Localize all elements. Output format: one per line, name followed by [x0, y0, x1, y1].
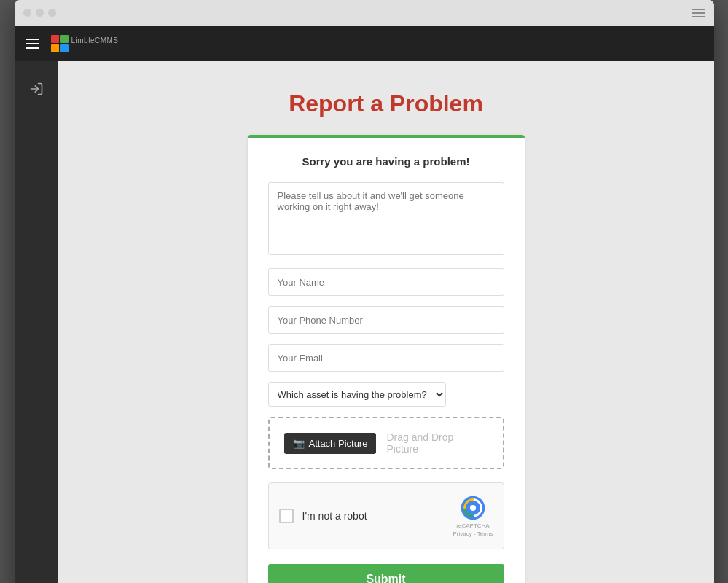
recaptcha-box: I'm not a robot — [268, 482, 504, 549]
asset-select[interactable]: Which asset is having the problem? — [268, 382, 446, 407]
limble-logo-icon — [51, 35, 69, 52]
menu-line-3 — [692, 16, 705, 17]
attach-button-label: Attach Picture — [309, 438, 368, 449]
asset-select-wrapper: Which asset is having the problem? — [268, 382, 504, 417]
form-card: Sorry you are having a problem! Which as… — [248, 135, 525, 583]
hamburger-line-1 — [26, 39, 39, 40]
dropzone[interactable]: 📷 Attach Picture Drag and Drop Picture — [268, 417, 504, 469]
attach-picture-button[interactable]: 📷 Attach Picture — [284, 433, 377, 454]
browser-dot-green — [48, 9, 56, 17]
svg-rect-3 — [60, 44, 69, 52]
recaptcha-checkbox[interactable] — [279, 509, 294, 523]
recaptcha-left: I'm not a robot — [279, 509, 367, 523]
submit-button[interactable]: Submit — [268, 564, 504, 583]
svg-rect-2 — [51, 44, 59, 52]
browser-dots — [23, 9, 56, 17]
browser-menu-icon[interactable] — [692, 9, 705, 17]
recaptcha-links: Privacy - Terms — [453, 531, 493, 537]
drag-drop-label: Drag and Drop Picture — [386, 431, 488, 455]
recaptcha-label: I'm not a robot — [302, 510, 367, 522]
name-input[interactable] — [268, 268, 504, 296]
recaptcha-right: reCAPTCHA Privacy - Terms — [453, 495, 493, 537]
recaptcha-logo-icon — [460, 495, 486, 521]
hamburger-line-2 — [26, 43, 39, 44]
nav-hamburger[interactable] — [26, 39, 39, 49]
nav-logo: LimbleCMMS — [51, 35, 119, 52]
app-navbar: LimbleCMMS — [15, 26, 714, 61]
logo-sup: CMMS — [95, 36, 119, 44]
app-body: Report a Problem Sorry you are having a … — [15, 61, 714, 583]
email-input[interactable] — [268, 344, 504, 372]
form-subtitle: Sorry you are having a problem! — [268, 155, 504, 168]
app-container: LimbleCMMS Report a Problem — [15, 26, 714, 583]
main-content: Report a Problem Sorry you are having a … — [58, 61, 714, 583]
recaptcha-brand-text: reCAPTCHA — [456, 523, 489, 529]
svg-rect-0 — [51, 35, 59, 43]
browser-titlebar — [15, 0, 714, 26]
sidebar — [15, 61, 58, 583]
logo-text: LimbleCMMS — [71, 36, 119, 52]
svg-point-6 — [470, 505, 476, 511]
phone-input[interactable] — [268, 306, 504, 334]
browser-dot-yellow — [36, 9, 44, 17]
svg-rect-1 — [60, 35, 69, 43]
menu-line-1 — [692, 9, 705, 10]
form-card-body: Sorry you are having a problem! Which as… — [248, 138, 525, 583]
browser-dot-red — [23, 9, 31, 17]
browser-window: LimbleCMMS Report a Problem — [15, 0, 714, 583]
camera-icon: 📷 — [293, 438, 305, 449]
logo-brand: Limble — [71, 36, 95, 44]
page-title: Report a Problem — [289, 90, 483, 117]
menu-line-2 — [692, 12, 705, 14]
description-textarea[interactable] — [268, 182, 504, 255]
hamburger-line-3 — [26, 47, 39, 49]
sidebar-login-icon[interactable] — [23, 76, 50, 102]
